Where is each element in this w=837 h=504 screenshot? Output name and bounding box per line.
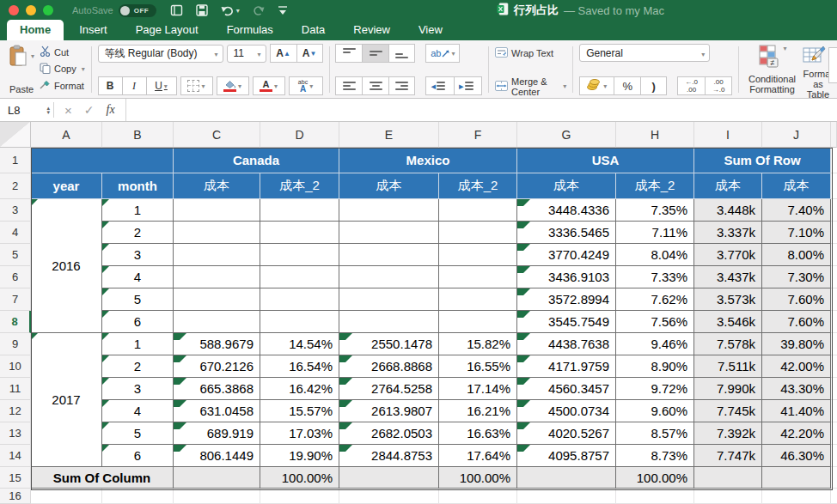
field-header-G[interactable]: 成本 <box>517 173 616 199</box>
cell-C3[interactable] <box>174 199 260 222</box>
cell-E10[interactable]: 2668.8868 <box>339 355 439 378</box>
paste-button[interactable]: Paste <box>5 44 38 95</box>
cell-D4[interactable] <box>260 222 339 244</box>
cell-overflow[interactable] <box>831 244 837 266</box>
field-header-A[interactable]: year <box>31 173 102 199</box>
cell-C11[interactable]: 665.3868 <box>174 378 260 400</box>
cell-F6[interactable] <box>439 266 517 288</box>
cell-B14[interactable]: 6 <box>102 445 174 467</box>
cell-J11[interactable]: 43.30% <box>762 378 831 400</box>
redo-icon[interactable] <box>253 5 265 16</box>
cell-F14[interactable]: 17.64% <box>439 445 517 467</box>
cell-F9[interactable]: 15.82% <box>439 333 517 355</box>
cell-J10[interactable]: 42.00% <box>762 355 831 378</box>
field-header-J[interactable]: 成本 <box>762 173 831 199</box>
row-header-13[interactable]: 13 <box>0 422 31 445</box>
cell-I3[interactable]: 3.448k <box>694 199 762 222</box>
column-header-H[interactable]: H <box>616 122 694 148</box>
cell-G8[interactable]: 3545.7549 <box>517 311 616 333</box>
group-header-mexico[interactable]: Mexico <box>339 148 517 173</box>
cell-A15[interactable]: Sum Of Column <box>31 467 174 489</box>
cell-C12[interactable]: 631.0458 <box>174 400 260 422</box>
cell-E4[interactable] <box>339 222 439 244</box>
cell-D13[interactable]: 17.03% <box>260 422 339 445</box>
cell-G7[interactable]: 3572.8994 <box>517 288 616 311</box>
align-middle-button[interactable] <box>362 44 388 63</box>
cell-B4[interactable]: 2 <box>102 222 174 244</box>
group-header-canada[interactable]: Canada <box>174 148 339 173</box>
cell-D16[interactable] <box>260 489 339 504</box>
conditional-formatting-button[interactable]: ≠ ConditionalFormatting <box>745 44 799 95</box>
font-size-select[interactable]: 11 <box>227 45 266 63</box>
cell-overflow[interactable] <box>831 199 837 222</box>
cell-H11[interactable]: 9.72% <box>616 378 694 400</box>
cell-E9[interactable]: 2550.1478 <box>339 333 439 355</box>
cell-I13[interactable]: 7.392k <box>694 422 762 445</box>
cell-H9[interactable]: 9.46% <box>616 333 694 355</box>
row-header-11[interactable]: 11 <box>0 378 31 400</box>
cell-C16[interactable] <box>174 489 260 504</box>
column-header-C[interactable]: C <box>174 122 260 148</box>
cell-I9[interactable]: 7.578k <box>694 333 762 355</box>
grow-font-button[interactable]: A▲ <box>270 44 296 63</box>
wrap-text-button[interactable]: Wrap Text <box>495 46 566 60</box>
cell-C7[interactable] <box>174 288 260 311</box>
save-icon[interactable] <box>196 4 208 16</box>
cell-B11[interactable]: 3 <box>102 378 174 400</box>
tab-data[interactable]: Data <box>289 20 338 40</box>
cell-C10[interactable]: 670.2126 <box>174 355 260 378</box>
row-header-3[interactable]: 3 <box>0 199 31 222</box>
cell-overflow[interactable] <box>831 311 837 333</box>
borders-button[interactable] <box>180 76 213 95</box>
cell-I11[interactable]: 7.990k <box>694 378 762 400</box>
cell-J8[interactable]: 7.60% <box>762 311 831 333</box>
text-effects-button[interactable]: abcA <box>289 76 323 95</box>
undo-icon[interactable] <box>221 5 240 16</box>
cell-B12[interactable]: 4 <box>102 400 174 422</box>
row-header-2[interactable]: 2 <box>0 173 31 199</box>
ribbon-display-icon[interactable] <box>278 5 288 15</box>
cell-overflow[interactable] <box>831 288 837 311</box>
cell-overflow[interactable] <box>831 467 837 489</box>
cell-F10[interactable]: 16.55% <box>439 355 517 378</box>
cell-overflow[interactable] <box>831 489 837 504</box>
row-header-8[interactable]: 8 <box>0 311 31 333</box>
column-header-J[interactable]: J <box>762 122 831 148</box>
row-header-16[interactable]: 16 <box>0 489 31 504</box>
row-header-9[interactable]: 9 <box>0 333 31 355</box>
cell-C14[interactable]: 806.1449 <box>174 445 260 467</box>
cell-B3[interactable]: 1 <box>102 199 174 222</box>
align-center-button[interactable] <box>362 76 388 95</box>
cell-E14[interactable]: 2844.8753 <box>339 445 439 467</box>
column-header-G[interactable]: G <box>517 122 616 148</box>
row-header-1[interactable]: 1 <box>0 148 31 173</box>
cell-J6[interactable]: 7.30% <box>762 266 831 288</box>
column-header-F[interactable]: F <box>439 122 517 148</box>
cell-F15[interactable]: 100.00% <box>439 467 517 489</box>
cell-overflow[interactable] <box>831 422 837 445</box>
cell-G15[interactable] <box>517 467 616 489</box>
field-header-E[interactable]: 成本 <box>339 173 439 199</box>
cell-B8[interactable]: 6 <box>102 311 174 333</box>
cell-J5[interactable]: 8.00% <box>762 244 831 266</box>
cell-E6[interactable] <box>339 266 439 288</box>
cell-G3[interactable]: 3448.4336 <box>517 199 616 222</box>
align-right-button[interactable] <box>388 76 415 95</box>
cell-D7[interactable] <box>260 288 339 311</box>
cell-F7[interactable] <box>439 288 517 311</box>
tab-review[interactable]: Review <box>340 20 403 40</box>
cell-A9[interactable]: 2017 <box>31 333 102 467</box>
cell-overflow[interactable] <box>831 355 837 378</box>
cell-G13[interactable]: 4020.5267 <box>517 422 616 445</box>
cell-J3[interactable]: 7.40% <box>762 199 831 222</box>
cell-I15[interactable] <box>694 467 762 489</box>
autosave-toggle[interactable]: OFF <box>119 4 156 17</box>
cell-C5[interactable] <box>174 244 260 266</box>
cell-E3[interactable] <box>339 199 439 222</box>
cell-D9[interactable]: 14.54% <box>260 333 339 355</box>
enter-icon[interactable]: ✓ <box>84 103 95 117</box>
cell-H12[interactable]: 9.60% <box>616 400 694 422</box>
cell-D3[interactable] <box>260 199 339 222</box>
cell-H6[interactable]: 7.33% <box>616 266 694 288</box>
cell-H8[interactable]: 7.56% <box>616 311 694 333</box>
